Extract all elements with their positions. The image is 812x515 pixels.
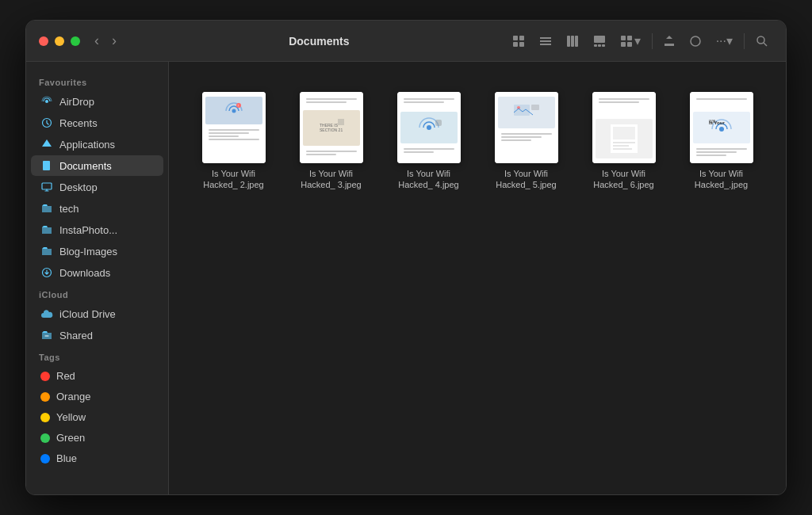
file-item-2[interactable]: ! Is Your Wifi Hacked_ 2.jpeg [193, 86, 274, 197]
svg-point-19 [757, 36, 764, 44]
desktop-icon [40, 181, 53, 193]
svg-rect-17 [627, 42, 632, 47]
svg-rect-6 [540, 44, 551, 45]
traffic-lights [39, 36, 80, 46]
orange-tag-dot [40, 392, 50, 402]
more-button[interactable]: ···▾ [711, 30, 737, 52]
view-columns-button[interactable] [561, 32, 584, 51]
sidebar-item-tag-red[interactable]: Red [31, 366, 163, 386]
svg-rect-37 [531, 105, 539, 110]
yellow-tag-dot [40, 413, 50, 422]
sidebar-item-tag-green-label: Green [56, 432, 85, 444]
nav-buttons: ‹ › [90, 31, 121, 51]
minimize-button[interactable] [55, 36, 64, 46]
maximize-button[interactable] [71, 36, 80, 46]
file-name-4: Is Your Wifi Hacked_ 4.jpeg [394, 168, 463, 191]
svg-rect-7 [567, 36, 570, 47]
toolbar-divider-1 [652, 33, 653, 49]
sidebar-item-documents-label: Documents [59, 160, 112, 172]
sidebar-item-tag-yellow[interactable]: Yellow [31, 407, 163, 427]
svg-rect-0 [513, 36, 518, 40]
sidebar-item-tag-yellow-label: Yellow [56, 411, 86, 423]
file-item-main[interactable]: Is Your Wifi Is Your Wifi Hacked_.j [680, 86, 762, 197]
downloads-icon [40, 266, 53, 279]
svg-rect-1 [519, 36, 524, 40]
applications-icon [40, 138, 53, 151]
sidebar-item-desktop[interactable]: Desktop [31, 177, 163, 197]
view-gallery-button[interactable] [588, 32, 611, 51]
sidebar-item-airdrop[interactable]: AirDrop [31, 91, 163, 112]
tags-label: Tags [26, 346, 168, 365]
sidebar-item-tag-blue-label: Blue [56, 452, 77, 464]
content-area: Favourites AirDrop [26, 62, 786, 494]
sidebar-item-tag-blue[interactable]: Blue [31, 448, 163, 468]
close-button[interactable] [39, 36, 48, 46]
red-tag-dot [40, 372, 50, 381]
svg-rect-5 [540, 40, 551, 42]
svg-point-26 [232, 109, 236, 113]
view-grid-button[interactable] [508, 32, 530, 51]
sidebar: Favourites AirDrop [26, 62, 169, 494]
back-button[interactable]: ‹ [90, 31, 104, 51]
view-options-button[interactable]: ▾ [615, 30, 645, 52]
sidebar-item-blog-images[interactable]: Blog-Images [31, 241, 163, 261]
svg-point-43 [719, 127, 724, 132]
sidebar-item-icloud-drive[interactable]: iCloud Drive [31, 303, 163, 324]
airdrop-icon [40, 95, 53, 108]
svg-rect-23 [43, 161, 50, 170]
file-item-4[interactable]: Is Your Wifi Hacked_ 4.jpeg [388, 86, 469, 197]
tag-button[interactable] [684, 32, 707, 51]
svg-rect-15 [627, 36, 632, 40]
blue-tag-dot [40, 454, 50, 464]
documents-icon [40, 159, 53, 172]
sidebar-item-shared-label: Shared [59, 330, 93, 341]
svg-rect-3 [519, 42, 524, 47]
search-button[interactable] [751, 32, 773, 51]
sidebar-item-documents[interactable]: Documents [31, 155, 163, 176]
sidebar-item-airdrop-label: AirDrop [59, 96, 94, 108]
file-item-3[interactable]: THERE IS SECTION 21 Is Your Wifi [290, 86, 372, 197]
file-name-5: Is Your Wifi Hacked_ 5.jpeg [492, 168, 561, 191]
file-item-5[interactable]: Is Your Wifi Hacked_ 5.jpeg [485, 86, 567, 197]
finder-window: ‹ › Documents [25, 20, 787, 495]
window-title: Documents [131, 35, 508, 48]
svg-rect-16 [621, 42, 626, 47]
sidebar-item-instaphoto[interactable]: InstaPhoto... [31, 219, 163, 240]
svg-rect-10 [594, 36, 605, 43]
instaphoto-folder-icon [40, 223, 53, 236]
share-button[interactable] [659, 32, 680, 51]
sidebar-item-desktop-label: Desktop [59, 181, 98, 193]
svg-rect-11 [594, 44, 597, 47]
svg-rect-13 [602, 44, 605, 47]
sidebar-item-applications-label: Applications [59, 139, 115, 151]
sidebar-item-downloads-label: Downloads [59, 267, 110, 279]
sidebar-item-applications[interactable]: Applications [31, 134, 163, 154]
svg-point-18 [691, 36, 700, 46]
sidebar-item-recents[interactable]: Recents [31, 113, 163, 133]
sidebar-item-tag-orange[interactable]: Orange [31, 387, 163, 406]
file-item-6[interactable]: Is Your Wifi Hacked_ 6.jpeg [583, 86, 665, 197]
svg-rect-24 [42, 183, 52, 189]
toolbar-right: ▾ ···▾ [508, 30, 773, 52]
svg-rect-9 [575, 36, 578, 47]
file-name-2: Is Your Wifi Hacked_ 2.jpeg [199, 168, 268, 191]
file-name-6: Is Your Wifi Hacked_ 6.jpeg [589, 168, 658, 191]
sidebar-item-recents-label: Recents [59, 117, 98, 129]
svg-rect-4 [540, 37, 551, 39]
file-name-main: Is Your Wifi Hacked_.jpeg [687, 168, 756, 191]
icloud-label: iCloud [26, 284, 168, 303]
sidebar-item-tech[interactable]: tech [31, 198, 163, 219]
svg-text:SECTION 21: SECTION 21 [320, 128, 343, 132]
svg-rect-14 [621, 36, 626, 40]
sidebar-item-downloads[interactable]: Downloads [31, 262, 163, 283]
view-list-button[interactable] [534, 32, 557, 51]
toolbar-divider-2 [744, 33, 745, 49]
svg-text:!: ! [237, 104, 238, 108]
svg-rect-32 [338, 119, 344, 125]
titlebar: ‹ › Documents [26, 21, 786, 62]
sidebar-item-shared[interactable]: Shared [31, 325, 163, 345]
forward-button[interactable]: › [107, 31, 121, 51]
svg-rect-8 [571, 36, 574, 47]
file-thumbnail-5 [495, 92, 558, 163]
sidebar-item-tag-green[interactable]: Green [31, 428, 163, 448]
